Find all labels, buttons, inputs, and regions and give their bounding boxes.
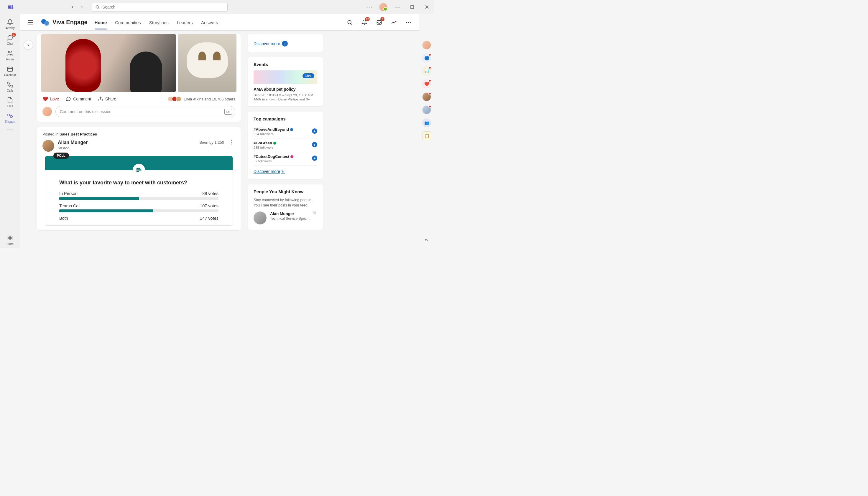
campaign-item-1[interactable]: #GoGreen 235 followers + [254, 138, 317, 152]
rr-item-4[interactable] [422, 92, 431, 101]
collapse-sidebar-button[interactable] [24, 40, 33, 49]
header-more-icon[interactable] [403, 17, 414, 28]
svg-rect-30 [136, 168, 140, 169]
feed-post-2: Posted in Sales Best Practices Allan Mun… [37, 127, 241, 230]
viva-engage-logo-icon [41, 18, 49, 27]
rail-store[interactable]: Store [2, 232, 18, 248]
campaigns-discover-more-link[interactable]: Discover more 🖱 [254, 169, 317, 174]
post-image-2[interactable] [178, 34, 237, 92]
svg-point-5 [369, 6, 370, 7]
poll-option-2[interactable]: Both147 votes [59, 216, 219, 221]
app-rail: Activity 1 Chat Teams Calendar Calls Fil… [0, 14, 20, 248]
svg-rect-32 [136, 171, 139, 172]
cursor-icon: 🖱 [281, 169, 285, 174]
tab-answers[interactable]: Answers [201, 15, 218, 29]
header-analytics-icon[interactable] [389, 17, 399, 28]
expand-rail-button[interactable] [423, 236, 430, 243]
tab-communities[interactable]: Communities [115, 15, 141, 29]
close-icon[interactable] [422, 2, 432, 12]
event-subtitle: AMA Event with Daisy Phillips and 3+ [254, 97, 317, 101]
add-campaign-button[interactable]: + [312, 142, 317, 147]
verify-dot-icon [290, 128, 293, 131]
rr-item-6[interactable]: 👥 [422, 119, 431, 127]
love-button[interactable]: Love [43, 96, 59, 102]
tab-storylines[interactable]: Storylines [149, 15, 169, 29]
maximize-icon[interactable] [407, 2, 417, 12]
author-avatar[interactable] [43, 140, 54, 152]
tab-home[interactable]: Home [95, 15, 107, 29]
store-icon [7, 235, 13, 241]
rail-more[interactable] [2, 127, 18, 133]
minimize-icon[interactable]: — [393, 2, 402, 12]
pymk-person[interactable]: Alan Munger Technical Service Speci... [254, 212, 317, 224]
campaign-item-0[interactable]: #AboveAndBeyond 534 followers + [254, 125, 317, 138]
person-avatar [254, 212, 267, 224]
comment-button[interactable]: Comment [65, 96, 91, 102]
add-campaign-button[interactable]: + [312, 156, 317, 161]
community-link[interactable]: Sales Best Practices [60, 132, 97, 136]
calendar-icon [7, 66, 13, 72]
dismiss-person-icon[interactable] [312, 210, 317, 216]
event-time: Sept 28, 10:00 AM – Sept 29, 10:00 PM [254, 93, 317, 97]
share-button[interactable]: Share [98, 96, 116, 102]
svg-point-29 [231, 144, 232, 145]
gif-button[interactable]: GIF [224, 109, 232, 114]
rail-calendar[interactable]: Calendar [2, 63, 18, 79]
svg-point-24 [406, 22, 407, 23]
rr-item-7[interactable]: 📋 [422, 131, 431, 140]
seen-by-count[interactable]: Seen by 1.250 [199, 140, 224, 145]
rail-activity[interactable]: Activity [2, 16, 18, 32]
notif-badge: 12 [365, 17, 370, 21]
author-name[interactable]: Allan Munger [58, 140, 88, 145]
rr-item-3[interactable]: ❤️ [422, 79, 431, 88]
hamburger-icon[interactable] [25, 17, 36, 28]
tab-leaders[interactable]: Leaders [177, 15, 193, 29]
rail-teams[interactable]: Teams [2, 48, 18, 63]
people-icon [7, 50, 13, 57]
profile-avatar[interactable] [379, 3, 387, 11]
svg-point-6 [371, 6, 372, 7]
pymk-title: People You Might Know [254, 189, 317, 194]
forward-button[interactable] [78, 3, 86, 11]
heart-icon [43, 96, 48, 102]
svg-point-22 [348, 20, 351, 24]
header-notifications-icon[interactable]: 12 [359, 17, 370, 28]
campaign-item-2[interactable]: #CutestDogContest 52 followers + [254, 152, 317, 166]
rr-item-5[interactable] [422, 106, 431, 114]
header-inbox-icon[interactable]: 5 [374, 17, 385, 28]
post-more-icon[interactable] [228, 140, 235, 145]
back-button[interactable] [69, 3, 77, 11]
comment-input[interactable]: Comment on this discussion GIF [56, 106, 235, 117]
svg-point-1 [12, 5, 13, 6]
phone-icon [7, 81, 13, 88]
rr-item-2[interactable]: 📊 [422, 66, 431, 75]
rr-item-copilot[interactable]: 🔵 [422, 53, 431, 62]
rail-calls[interactable]: Calls [2, 79, 18, 95]
bell-icon [7, 19, 13, 25]
pymk-card: People You Might Know Stay connected by … [248, 184, 323, 230]
rr-avatar[interactable] [422, 41, 431, 49]
rail-files[interactable]: Files [2, 95, 18, 110]
discover-more-link[interactable]: Discover more [254, 41, 317, 47]
poll-option-1[interactable]: Teams Call107 votes [59, 203, 219, 212]
header-search-icon[interactable] [344, 17, 355, 28]
event-banner[interactable]: Live [254, 71, 317, 84]
rail-engage[interactable]: Engage [2, 110, 18, 126]
event-title[interactable]: AMA about pet policy [254, 87, 317, 92]
search-input[interactable] [102, 5, 224, 10]
svg-rect-23 [377, 20, 381, 24]
reactions-summary[interactable]: Elvia Atkins and 10,785 others [184, 97, 235, 101]
post-image-1[interactable] [41, 34, 176, 92]
svg-rect-18 [8, 238, 10, 240]
more-options-icon[interactable] [364, 2, 374, 12]
poll-question: What is your favorite way to meet with c… [59, 180, 219, 186]
reaction-cluster[interactable] [169, 96, 181, 102]
search-icon [95, 5, 100, 10]
add-campaign-button[interactable]: + [312, 128, 317, 134]
share-icon [98, 96, 104, 102]
inbox-badge: 5 [380, 17, 385, 21]
rail-chat[interactable]: 1 Chat [2, 32, 18, 48]
search-box[interactable] [92, 3, 228, 12]
svg-point-25 [408, 22, 409, 23]
poll-option-0[interactable]: In Person88 votes [59, 191, 219, 200]
